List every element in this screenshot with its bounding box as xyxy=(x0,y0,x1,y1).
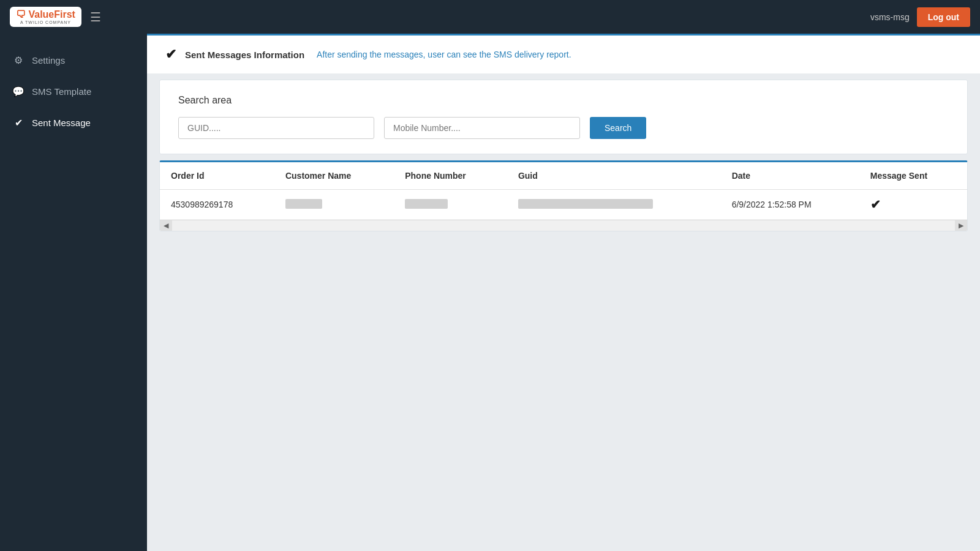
table-wrapper: Order Id Customer Name Phone Number Guid… xyxy=(160,162,967,220)
horizontal-scrollbar[interactable]: ◀ ▶ xyxy=(160,220,967,231)
sms-template-icon: 💬 xyxy=(12,86,24,97)
info-banner-description: After sending the messages, user can see… xyxy=(317,50,571,59)
sidebar-item-sent-message-label: Sent Message xyxy=(32,118,91,128)
col-date: Date xyxy=(721,162,859,190)
hamburger-icon[interactable]: ☰ xyxy=(90,10,101,24)
settings-icon: ⚙ xyxy=(12,54,24,66)
sent-message-icon: ✔ xyxy=(12,117,24,129)
customer-name-redacted xyxy=(285,199,322,209)
search-section: Search area Search xyxy=(159,80,968,154)
navbar-left: 🗨 ValueFirst A TWILIO COMPANY ☰ xyxy=(10,7,101,27)
col-customer-name: Customer Name xyxy=(274,162,394,190)
sidebar: ⚙ Settings 💬 SMS Template ✔ Sent Message xyxy=(0,34,147,551)
logo-brand: 🗨 ValueFirst xyxy=(16,9,75,20)
cell-phone-number xyxy=(394,190,507,220)
scroll-right-arrow[interactable]: ▶ xyxy=(955,220,967,231)
col-guid: Guid xyxy=(507,162,721,190)
table-row: 4530989269178 6/9/2022 1:52:58 PM xyxy=(160,190,967,220)
col-phone-number: Phone Number xyxy=(394,162,507,190)
col-message-sent: Message Sent xyxy=(859,162,967,190)
main-content: ✔ Sent Messages Information After sendin… xyxy=(147,34,980,551)
cell-order-id: 4530989269178 xyxy=(160,190,274,220)
search-button[interactable]: Search xyxy=(590,117,646,139)
message-sent-checkmark: ✔ xyxy=(870,198,881,211)
sidebar-item-settings[interactable]: ⚙ Settings xyxy=(0,46,147,75)
mobile-number-input[interactable] xyxy=(384,117,580,139)
info-banner-title: Sent Messages Information xyxy=(185,50,304,60)
cell-guid xyxy=(507,190,721,220)
guid-redacted xyxy=(518,199,653,209)
cell-date: 6/9/2022 1:52:58 PM xyxy=(721,190,859,220)
logout-button[interactable]: Log out xyxy=(917,7,970,27)
cell-message-sent: ✔ xyxy=(859,190,967,220)
info-banner: ✔ Sent Messages Information After sendin… xyxy=(147,34,980,73)
scroll-left-arrow[interactable]: ◀ xyxy=(160,220,172,231)
results-table: Order Id Customer Name Phone Number Guid… xyxy=(160,162,967,220)
navbar: 🗨 ValueFirst A TWILIO COMPANY ☰ vsms-msg… xyxy=(0,0,980,34)
search-inputs: Search xyxy=(178,117,949,139)
phone-number-redacted xyxy=(405,199,448,209)
search-area-label: Search area xyxy=(178,95,949,106)
table-section: Order Id Customer Name Phone Number Guid… xyxy=(159,160,968,231)
logo-icon: 🗨 xyxy=(16,9,26,20)
logo: 🗨 ValueFirst A TWILIO COMPANY xyxy=(10,7,81,27)
sidebar-item-sent-message[interactable]: ✔ Sent Message xyxy=(0,108,147,137)
sidebar-item-sms-template[interactable]: 💬 SMS Template xyxy=(0,77,147,106)
guid-input[interactable] xyxy=(178,117,374,139)
navbar-right: vsms-msg Log out xyxy=(870,7,970,27)
logo-sub: A TWILIO COMPANY xyxy=(20,20,71,24)
table-header-row: Order Id Customer Name Phone Number Guid… xyxy=(160,162,967,190)
user-label: vsms-msg xyxy=(870,12,910,22)
col-order-id: Order Id xyxy=(160,162,274,190)
sidebar-item-settings-label: Settings xyxy=(32,55,65,66)
sidebar-item-sms-template-label: SMS Template xyxy=(32,86,91,97)
cell-customer-name xyxy=(274,190,394,220)
info-banner-icon: ✔ xyxy=(165,47,176,62)
layout: ⚙ Settings 💬 SMS Template ✔ Sent Message… xyxy=(0,34,980,551)
